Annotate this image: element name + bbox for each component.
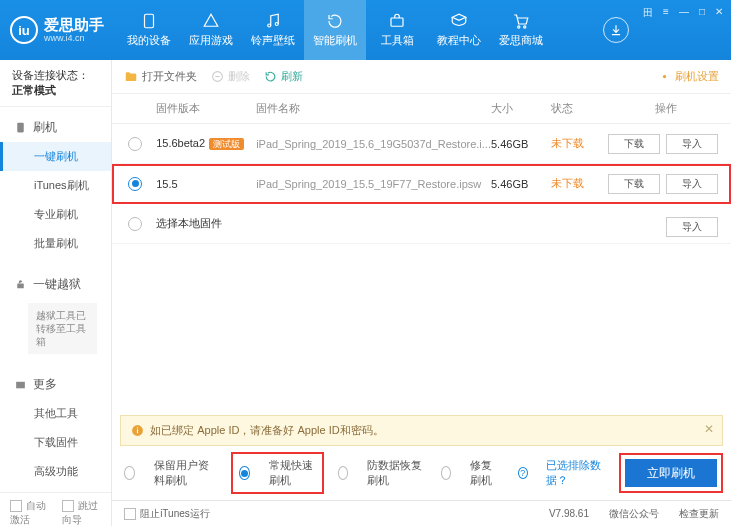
svg-rect-14	[137, 427, 138, 428]
delete-button[interactable]: 删除	[211, 69, 250, 84]
top-nav: 我的设备 应用游戏 铃声壁纸 智能刷机 工具箱 教程中心 爱思商城	[118, 0, 599, 60]
mode-keep-data[interactable]: 保留用户资料刷机	[124, 458, 217, 488]
nav-toolbox[interactable]: 工具箱	[366, 0, 428, 60]
svg-point-2	[275, 23, 278, 26]
section-more[interactable]: 更多	[0, 370, 111, 399]
sidebar-batch-flash[interactable]: 批量刷机	[0, 229, 111, 258]
row-radio[interactable]	[128, 217, 142, 231]
flash-now-button[interactable]: 立即刷机	[625, 459, 717, 487]
help-icon[interactable]: ?	[518, 467, 528, 479]
sidebar-other-tools[interactable]: 其他工具	[0, 399, 111, 428]
firmware-row[interactable]: 15.6beta2测试版 iPad_Spring_2019_15.6_19G50…	[112, 124, 731, 164]
sidebar-pro-flash[interactable]: 专业刷机	[0, 200, 111, 229]
menu-button[interactable]: ≡	[663, 6, 669, 17]
svg-point-4	[518, 26, 520, 28]
logo-icon: iu	[10, 16, 38, 44]
nav-ringtones[interactable]: 铃声壁纸	[242, 0, 304, 60]
firmware-row[interactable]: 15.5 iPad_Spring_2019_15.5_19F77_Restore…	[112, 164, 731, 204]
wechat-link[interactable]: 微信公众号	[609, 507, 659, 521]
close-icon[interactable]: ✕	[704, 422, 714, 436]
refresh-icon	[264, 70, 277, 83]
exclude-data-link[interactable]: 已选排除数据？	[546, 458, 605, 488]
download-button[interactable]: 下载	[608, 134, 660, 154]
table-header: 固件版本 固件名称 大小 状态 操作	[112, 94, 731, 124]
apple-id-warning: 如已绑定 Apple ID，请准备好 Apple ID和密码。 ✕	[120, 415, 723, 446]
sidebar-download-fw[interactable]: 下载固件	[0, 428, 111, 457]
mode-anti-recovery[interactable]: 防数据恢复刷机	[338, 458, 423, 488]
row-radio[interactable]	[128, 137, 142, 151]
status-bar: 阻止iTunes运行 V7.98.61 微信公众号 检查更新	[112, 500, 731, 526]
section-flash[interactable]: 刷机	[0, 113, 111, 142]
gear-icon	[658, 70, 671, 83]
download-button[interactable]: 下载	[608, 174, 660, 194]
auto-activate-checkbox[interactable]: 自动激活	[10, 499, 50, 526]
download-manager-icon[interactable]	[603, 17, 629, 43]
mode-quick-flash[interactable]: 常规快速刷机	[235, 456, 319, 490]
info-icon	[131, 424, 144, 437]
sidebar-itunes-flash[interactable]: iTunes刷机	[0, 171, 111, 200]
nav-apps[interactable]: 应用游戏	[180, 0, 242, 60]
skip-guide-checkbox[interactable]: 跳过向导	[62, 499, 102, 526]
maximize-button[interactable]: □	[699, 6, 705, 17]
check-update-link[interactable]: 检查更新	[679, 507, 719, 521]
svg-point-1	[268, 24, 271, 27]
nav-flash[interactable]: 智能刷机	[304, 0, 366, 60]
sidebar-advanced[interactable]: 高级功能	[0, 457, 111, 486]
open-folder-button[interactable]: 打开文件夹	[124, 69, 197, 84]
nav-tutorials[interactable]: 教程中心	[428, 0, 490, 60]
svg-rect-8	[16, 382, 25, 389]
import-button[interactable]: 导入	[666, 217, 718, 237]
version-label: V7.98.61	[549, 508, 589, 519]
close-button[interactable]: ✕	[715, 6, 723, 17]
app-site: www.i4.cn	[44, 33, 104, 43]
mode-repair-flash[interactable]: 修复刷机	[441, 458, 500, 488]
svg-rect-0	[145, 14, 154, 28]
svg-rect-7	[17, 283, 24, 288]
app-name: 爱思助手	[44, 17, 104, 34]
minimize-button[interactable]: —	[679, 6, 689, 17]
sidebar-oneclick-flash[interactable]: 一键刷机	[0, 142, 111, 171]
svg-point-11	[663, 75, 666, 78]
section-jailbreak[interactable]: 一键越狱	[0, 270, 111, 299]
refresh-button[interactable]: 刷新	[264, 69, 303, 84]
skin-button[interactable]: 田	[643, 6, 653, 20]
nav-store[interactable]: 爱思商城	[490, 0, 552, 60]
svg-rect-6	[17, 123, 24, 133]
jailbreak-note: 越狱工具已转移至工具箱	[28, 303, 97, 354]
import-button[interactable]: 导入	[666, 174, 718, 194]
delete-icon	[211, 70, 224, 83]
svg-rect-3	[391, 18, 403, 26]
window-controls: 田 ≡ — □ ✕	[643, 0, 731, 60]
flash-settings-button[interactable]: 刷机设置	[658, 69, 719, 84]
import-button[interactable]: 导入	[666, 134, 718, 154]
svg-point-5	[524, 26, 526, 28]
folder-icon	[124, 70, 138, 84]
svg-rect-13	[137, 429, 138, 433]
local-firmware-row[interactable]: 选择本地固件 导入	[112, 204, 731, 244]
connection-status: 设备连接状态：正常模式	[0, 60, 111, 107]
nav-my-device[interactable]: 我的设备	[118, 0, 180, 60]
row-radio[interactable]	[128, 177, 142, 191]
block-itunes-checkbox[interactable]: 阻止iTunes运行	[124, 507, 210, 521]
app-logo: iu 爱思助手 www.i4.cn	[0, 0, 118, 60]
flash-mode-bar: 保留用户资料刷机 常规快速刷机 防数据恢复刷机 修复刷机 ? 已选排除数据？ 立…	[112, 446, 731, 500]
beta-badge: 测试版	[209, 138, 244, 150]
